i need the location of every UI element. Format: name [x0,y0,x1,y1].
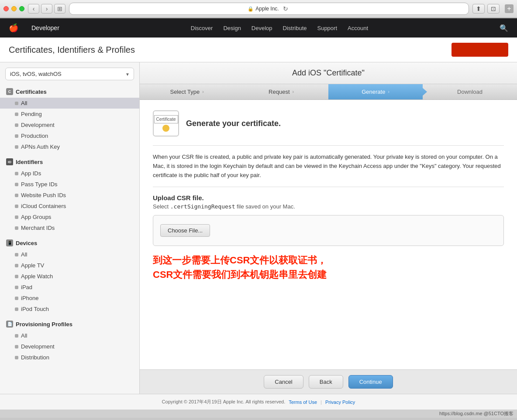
sidebar-item-label: Pass Type IDs [21,181,58,188]
sidebar-item-all-certs[interactable]: All [0,98,139,109]
browser-chrome: ‹ › ⊞ 🔒 Apple Inc. ↻ ⬆ ⊡ + [0,0,517,18]
terms-link[interactable]: Terms of Use [289,400,317,405]
upload-title: Upload CSR file. [153,194,504,201]
sidebar-item-label: Merchant IDs [21,225,55,231]
sidebar-item-label: iPod Touch [21,306,49,312]
nav-account[interactable]: Account [348,25,368,31]
sidebar-item-apns-auth-key[interactable]: APNs Auth Key [0,141,139,152]
sidebar-section-certificates: C Certificates All Pending Development P… [0,85,139,152]
sidebar-section-devices: 📱 Devices All Apple TV Apple Watch iPad [0,237,139,314]
item-dot [15,275,18,278]
item-dot [15,215,18,219]
tab-view-button[interactable]: ⊞ [54,4,65,14]
step-label: Select Type [170,89,200,95]
url-text: Apple Inc. [255,6,279,12]
url-bar-text: https://blog.csdn.me @51CTO搬客 [439,411,514,416]
sidebar-item-icloud-containers[interactable]: iCloud Containers [0,201,139,212]
sidebar-item-iphone[interactable]: iPhone [0,293,139,304]
sidebar-item-pending[interactable]: Pending [0,109,139,120]
sidebar-item-app-ids[interactable]: App IDs [0,168,139,179]
choose-file-button[interactable]: Choose File... [160,224,210,237]
cancel-button[interactable]: Cancel [264,375,303,389]
search-icon[interactable]: 🔍 [500,24,508,32]
continue-button[interactable]: Continue [348,375,393,389]
nav-support[interactable]: Support [317,25,337,31]
nav-discover[interactable]: Discover [191,25,213,31]
share-button[interactable]: ⬆ [472,4,485,14]
address-bar[interactable]: 🔒 Apple Inc. ↻ [69,3,469,15]
sidebar-item-ipod-touch[interactable]: iPod Touch [0,304,139,314]
sidebar-toggle-button[interactable]: ⊡ [487,4,500,14]
sidebar-item-distribution[interactable]: Distribution [0,352,139,363]
divider-2 [153,187,504,187]
close-dot[interactable] [3,6,9,11]
sidebar-item-label: All [21,251,27,258]
wizard-title-bar: Add iOS "Certificate" [140,62,517,84]
forward-button[interactable]: › [41,4,52,14]
page-header: Certificates, Identifiers & Profiles [0,38,517,62]
sidebar-item-apple-watch[interactable]: Apple Watch [0,271,139,282]
apple-nav-links: Discover Design Develop Distribute Suppo… [72,25,486,31]
item-dot [15,297,18,300]
sidebar-item-website-push-ids[interactable]: Website Push IDs [0,190,139,201]
nav-distribute[interactable]: Distribute [283,25,307,31]
info-text: When your CSR file is created, a public … [153,153,504,180]
item-dot [15,356,18,359]
minimize-dot[interactable] [11,6,17,11]
sidebar-item-label: iCloud Containers [21,203,66,209]
platform-dropdown[interactable]: iOS, tvOS, watchOS macOS [5,68,134,80]
lock-icon: 🔒 [248,6,254,12]
reload-button[interactable]: ↻ [281,4,290,14]
cert-icon: Certificate [153,110,179,137]
item-dot [15,286,18,289]
privacy-link[interactable]: Privacy Policy [325,400,355,405]
footer-separator: | [321,400,322,405]
item-dot [15,194,18,197]
page-footer: Copyright © 2017年4月19日 Apple Inc. All ri… [0,394,517,410]
sidebar-item-label: Apple Watch [21,273,53,280]
sidebar-item-pass-type-ids[interactable]: Pass Type IDs [0,179,139,190]
item-dot [15,145,18,149]
sidebar-item-development[interactable]: Development [0,120,139,130]
sidebar-item-label: Development [21,122,55,128]
sidebar-item-production[interactable]: Production [0,130,139,141]
back-button[interactable]: Back [309,375,343,389]
url-bar: https://blog.csdn.me @51CTO搬客 [0,410,517,418]
new-tab-button[interactable]: + [505,4,514,13]
maximize-dot[interactable] [19,6,24,11]
sidebar-item-apple-tv[interactable]: Apple TV [0,260,139,271]
provisioning-label: Provisioning Profiles [16,321,72,328]
sidebar-section-provisioning: 📄 Provisioning Profiles All Development … [0,318,139,363]
sidebar-item-all-profiles[interactable]: All [0,330,139,341]
page-title: Certificates, Identifiers & Profiles [9,45,135,55]
back-button[interactable]: ‹ [28,4,39,14]
item-dot [15,113,18,116]
item-dot [15,123,18,127]
sidebar: iOS, tvOS, watchOS macOS C Certificates … [0,62,140,394]
sidebar-item-label: All [21,100,27,106]
content-body: Certificate Generate your certificate. W… [140,100,517,369]
wizard-steps: Select Type › Request › Generate › Downl… [140,84,517,100]
nav-design[interactable]: Design [223,25,241,31]
sidebar-item-label: App IDs [21,170,41,177]
header-red-button[interactable] [452,43,508,57]
sidebar-item-merchant-ids[interactable]: Merchant IDs [0,222,139,233]
wizard-step-select-type: Select Type › [140,84,234,99]
step-label: Download [457,89,483,95]
sidebar-section-identifiers: ID Identifiers App IDs Pass Type IDs Web… [0,156,139,233]
devices-header: 📱 Devices [0,237,139,249]
sidebar-item-label: Apple TV [21,262,44,269]
sidebar-item-app-groups[interactable]: App Groups [0,212,139,222]
sidebar-item-development-profiles[interactable]: Development [0,341,139,352]
browser-dots [3,6,24,11]
nav-develop[interactable]: Develop [252,25,272,31]
wizard-step-download: Download [423,84,517,99]
content-area: Add iOS "Certificate" Select Type › Requ… [140,62,517,394]
annotation-text: 到这一步需要上传CSR文件以获取证书，CSR文件需要我们到本机钥匙串里去创建 [153,253,504,282]
upload-box: Choose File... [153,215,504,246]
item-dot [15,205,18,208]
sidebar-item-label: All [21,332,27,339]
sidebar-item-ipad[interactable]: iPad [0,282,139,293]
certificates-header: C Certificates [0,85,139,98]
sidebar-item-all-devices[interactable]: All [0,249,139,260]
